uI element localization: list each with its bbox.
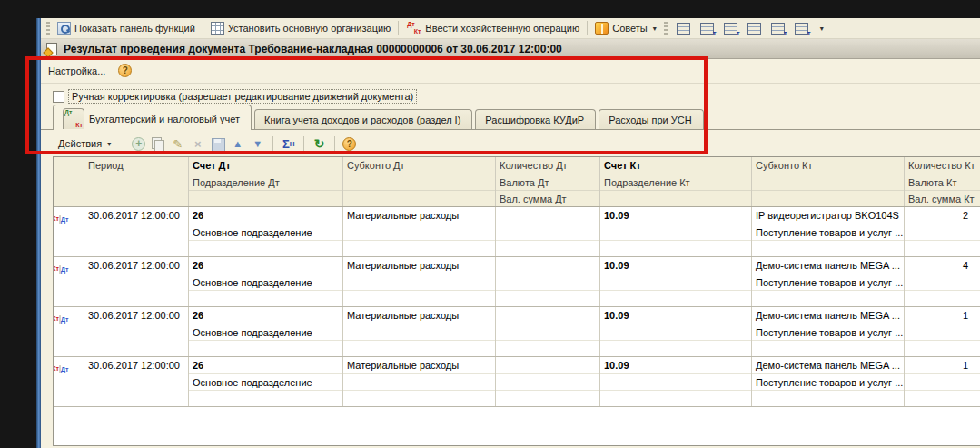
cell-account-dt: 26Основное подразделение <box>189 307 343 356</box>
table-row[interactable]: ДтКт 30.06.2017 12:00:00 26Основное подр… <box>54 307 980 357</box>
report-icons-group: т т т т ▾ <box>677 23 824 35</box>
header-account-kt[interactable]: Счет Кт Подразделение Кт <box>600 157 752 206</box>
tab-label: Бухгалтерский и налоговый учет <box>89 114 240 124</box>
picture-t-icon[interactable]: т <box>795 23 808 35</box>
dtkt-tab-icon: Дт Кт <box>63 108 84 129</box>
function-panel-icon <box>57 22 71 35</box>
manual-correction-row: Ручная корректировка (разрешает редактир… <box>53 89 417 104</box>
cell-account-kt: 10.09 <box>600 207 752 256</box>
cell-quantity-dt <box>496 357 600 406</box>
document-arrow-icon[interactable] <box>747 23 761 35</box>
table-output-icon[interactable] <box>677 23 690 35</box>
cell-quantity-kt: 1 <box>905 357 980 406</box>
screen: Показать панель функций Установить основ… <box>0 0 980 448</box>
set-main-organization-label: Установить основную организацию <box>228 23 391 34</box>
set-main-organization-button[interactable]: Установить основную организацию <box>207 20 395 36</box>
postings-table: Период Счет Дт Подразделение Дт Субконто… <box>53 156 980 446</box>
cell-subconto-dt: Материальные расходы <box>343 307 496 356</box>
header-subconto-dt[interactable]: Субконто Дт <box>343 157 496 206</box>
cell-subconto-kt: Демо-система панель MEGA ...Поступление … <box>752 257 905 306</box>
toolbar-grip[interactable] <box>664 22 668 35</box>
tips-label: Советы <box>612 23 647 34</box>
posting-dtkt-icon: ДтКт <box>59 215 61 224</box>
cell-account-kt: 10.09 <box>600 307 752 356</box>
cell-period: 30.06.2017 12:00:00 <box>84 207 189 256</box>
tips-button[interactable]: Советы ▾ <box>591 20 660 36</box>
cell-account-kt: 10.09 <box>600 257 752 306</box>
cell-period: 30.06.2017 12:00:00 <box>84 257 189 306</box>
edit-row-icon[interactable]: ✎ <box>170 136 185 152</box>
tab-label: Книга учета доходов и расходов (раздел I… <box>264 114 460 125</box>
add-row-icon[interactable]: + <box>132 137 145 151</box>
tab-panel: Действия ▾ + ✎ × ▲ ▼ ΣН ↻ ? <box>41 129 980 448</box>
move-down-icon[interactable]: ▼ <box>250 136 265 152</box>
actions-separator <box>124 136 124 151</box>
actions-menu-button[interactable]: Действия ▾ <box>53 135 116 152</box>
toolbar-separator <box>398 21 399 35</box>
actions-toolbar: Действия ▾ + ✎ × ▲ ▼ ΣН ↻ ? <box>53 133 356 154</box>
actions-dropdown-icon: ▾ <box>107 140 111 148</box>
posting-dtkt-icon: ДтКт <box>59 315 61 324</box>
document-t-icon[interactable]: т <box>724 23 737 35</box>
table-row[interactable]: ДтКт 30.06.2017 12:00:00 26Основное подр… <box>54 357 980 407</box>
cell-subconto-kt: Демо-система панель MEGA ...Поступление … <box>752 307 905 356</box>
cell-subconto-dt: Материальные расходы <box>343 257 496 306</box>
show-function-panel-button[interactable]: Показать панель функций <box>54 20 199 36</box>
tab-accounting-tax[interactable]: Дт Кт Бухгалтерский и налоговый учет <box>53 105 252 130</box>
tips-dropdown-icon[interactable]: ▾ <box>653 25 657 33</box>
tab-income-expense-book[interactable]: Книга учета доходов и расходов (раздел I… <box>254 109 472 130</box>
tab-usn-expenses[interactable]: Расходы при УСН <box>599 109 703 130</box>
header-subconto-kt[interactable]: Субконто Кт <box>752 157 905 206</box>
settings-divider <box>41 83 980 84</box>
manual-correction-checkbox[interactable] <box>53 91 64 103</box>
cell-quantity-kt: 2 <box>905 207 980 256</box>
icons-dropdown-icon[interactable]: ▾ <box>820 25 824 33</box>
toolbar-separator <box>203 21 203 35</box>
delete-row-icon[interactable]: × <box>190 136 205 152</box>
table-row[interactable]: ДтКт 30.06.2017 12:00:00 26Основное подр… <box>54 257 980 307</box>
table-output-t-icon[interactable]: т <box>700 23 714 35</box>
refresh-icon[interactable]: ↻ <box>312 136 327 152</box>
tab-kudir-detail[interactable]: Расшифровка КУДиР <box>475 109 596 130</box>
actions-menu-label: Действия <box>58 138 102 149</box>
show-function-panel-label: Показать панель функций <box>74 23 195 34</box>
table-row[interactable]: ДтКт 30.06.2017 12:00:00 26Основное подр… <box>54 207 980 257</box>
enter-operation-button[interactable]: Дт Кт Ввести хозяйственную операцию <box>402 19 583 37</box>
cell-period: 30.06.2017 12:00:00 <box>84 357 189 406</box>
dtkt-red-icon: Дт Кт <box>406 21 421 35</box>
copy-row-icon[interactable] <box>150 136 165 152</box>
save-icon[interactable] <box>210 136 225 152</box>
settings-link[interactable]: Настройка... <box>48 65 105 76</box>
document-title: Результат проведения документа Требовани… <box>64 43 562 55</box>
tips-book-icon <box>595 22 609 35</box>
cell-account-dt: 26Основное подразделение <box>189 207 343 256</box>
actions-separator <box>334 136 335 151</box>
manual-correction-label[interactable]: Ручная корректировка (разрешает редактир… <box>68 89 417 104</box>
actions-separator <box>303 136 304 151</box>
cell-subconto-kt: Демо-система панель MEGA ...Поступление … <box>752 357 905 406</box>
cell-account-dt: 26Основное подразделение <box>189 357 343 406</box>
header-account-dt[interactable]: Счет Дт Подразделение Дт <box>189 157 343 206</box>
posting-dtkt-icon: ДтКт <box>59 265 61 274</box>
move-up-icon[interactable]: ▲ <box>230 136 245 152</box>
table-header: Период Счет Дт Подразделение Дт Субконто… <box>54 157 980 207</box>
header-quantity-kt[interactable]: Количество Кт Валюта Кт Вал. сумма Кт <box>905 157 980 206</box>
header-quantity-dt[interactable]: Количество Дт Валюта Дт Вал. сумма Дт <box>496 157 600 206</box>
actions-help-icon[interactable]: ? <box>342 137 356 151</box>
cell-quantity-dt <box>496 307 600 356</box>
totals-icon[interactable]: ΣН <box>281 136 296 152</box>
cell-subconto-dt: Материальные расходы <box>343 357 496 406</box>
list-t-icon[interactable]: т <box>771 23 785 35</box>
posting-dtkt-icon: ДтКт <box>59 365 61 373</box>
cell-quantity-kt: 1 <box>905 307 980 356</box>
cell-account-dt: 26Основное подразделение <box>189 257 343 306</box>
cell-subconto-dt: Материальные расходы <box>343 207 496 256</box>
header-icon-column[interactable] <box>54 157 84 206</box>
app-toolbar: Показать панель функций Установить основ… <box>41 18 980 39</box>
toolbar-grip[interactable] <box>46 22 50 35</box>
document-title-bar: Результат проведения документа Требовани… <box>41 39 980 59</box>
cell-account-kt: 10.09 <box>600 357 752 406</box>
settings-help-icon[interactable]: ? <box>118 64 132 77</box>
header-period[interactable]: Период <box>84 157 189 206</box>
toolbar-separator <box>587 21 588 35</box>
